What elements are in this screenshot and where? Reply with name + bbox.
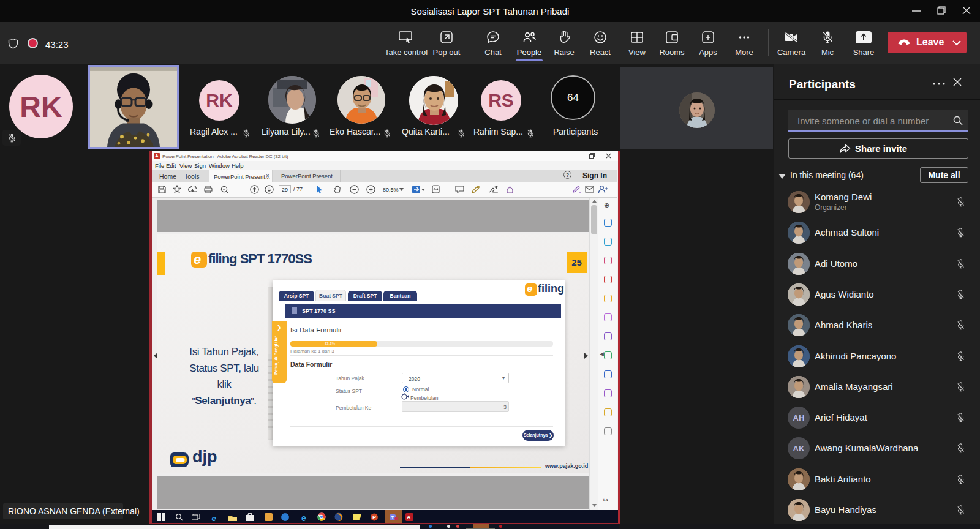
svg-text:A: A [407, 514, 411, 520]
svg-text:P: P [372, 514, 376, 520]
svg-text:T: T [391, 515, 394, 520]
